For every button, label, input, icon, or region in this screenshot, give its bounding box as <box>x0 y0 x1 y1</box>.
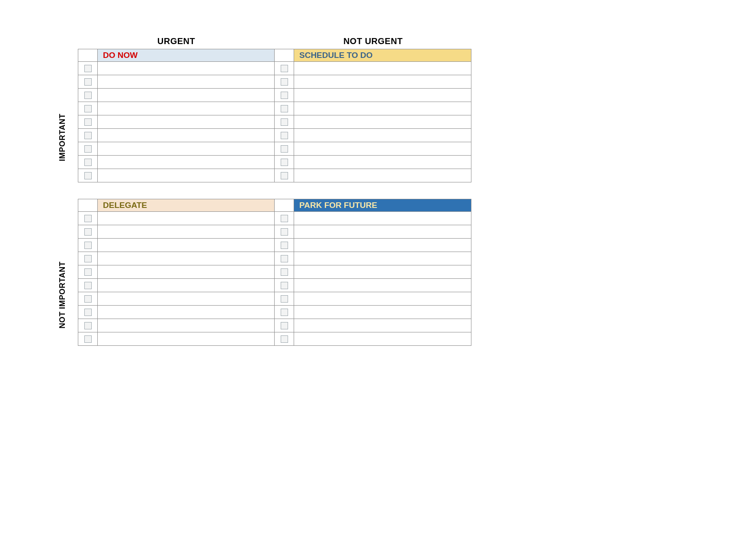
task-checkbox[interactable] <box>281 228 288 236</box>
task-text[interactable] <box>294 279 471 292</box>
task-checkbox[interactable] <box>281 145 288 153</box>
task-text[interactable] <box>98 332 274 345</box>
task-checkbox[interactable] <box>281 78 288 86</box>
task-text[interactable] <box>294 212 471 225</box>
task-checkbox[interactable] <box>281 92 288 99</box>
task-text[interactable] <box>294 169 471 182</box>
task-checkbox[interactable] <box>84 295 92 303</box>
task-checkbox[interactable] <box>281 282 288 289</box>
task-text[interactable] <box>98 75 274 88</box>
task-checkbox[interactable] <box>281 172 288 179</box>
task-row <box>275 332 471 346</box>
task-text[interactable] <box>98 129 274 142</box>
task-checkbox[interactable] <box>84 255 92 262</box>
task-checkbox[interactable] <box>84 65 92 72</box>
task-text[interactable] <box>294 156 471 169</box>
block-gap <box>78 182 515 199</box>
task-checkbox[interactable] <box>84 282 92 289</box>
quadrant-title: PARK FOR FUTURE <box>294 199 471 211</box>
task-text[interactable] <box>98 212 274 225</box>
task-text[interactable] <box>294 319 471 332</box>
task-checkbox[interactable] <box>281 335 288 343</box>
task-row <box>275 212 471 225</box>
header-not-urgent: NOT URGENT <box>275 35 471 49</box>
task-checkbox[interactable] <box>84 215 92 222</box>
task-text[interactable] <box>294 89 471 102</box>
checkbox-cell <box>78 265 98 278</box>
task-text[interactable] <box>294 306 471 319</box>
task-checkbox[interactable] <box>84 268 92 276</box>
column-headers: URGENT NOT URGENT <box>78 35 471 49</box>
task-row <box>78 225 275 239</box>
task-checkbox[interactable] <box>281 159 288 166</box>
task-checkbox[interactable] <box>84 118 92 126</box>
task-checkbox[interactable] <box>281 295 288 303</box>
checkbox-cell <box>78 292 98 305</box>
task-text[interactable] <box>294 75 471 88</box>
task-checkbox[interactable] <box>281 322 288 329</box>
task-checkbox[interactable] <box>281 255 288 262</box>
task-text[interactable] <box>294 332 471 345</box>
task-checkbox[interactable] <box>84 335 92 343</box>
checkbox-cell <box>78 75 98 88</box>
task-text[interactable] <box>98 102 274 115</box>
task-row <box>78 142 275 156</box>
task-text[interactable] <box>98 115 274 128</box>
task-checkbox[interactable] <box>281 215 288 222</box>
task-checkbox[interactable] <box>84 92 92 99</box>
task-text[interactable] <box>294 292 471 305</box>
task-text[interactable] <box>294 239 471 252</box>
checkbox-cell <box>275 279 294 292</box>
task-text[interactable] <box>98 252 274 265</box>
quadrant-delegate: DELEGATE <box>78 199 275 346</box>
checkbox-cell <box>78 89 98 102</box>
task-text[interactable] <box>98 279 274 292</box>
task-checkbox[interactable] <box>84 172 92 179</box>
task-text[interactable] <box>294 142 471 155</box>
task-text[interactable] <box>98 319 274 332</box>
task-text[interactable] <box>294 102 471 115</box>
task-text[interactable] <box>98 89 274 102</box>
task-checkbox[interactable] <box>84 309 92 316</box>
task-text[interactable] <box>294 265 471 278</box>
task-text[interactable] <box>294 252 471 265</box>
task-row <box>78 292 275 306</box>
task-text[interactable] <box>98 142 274 155</box>
task-text[interactable] <box>98 306 274 319</box>
task-text[interactable] <box>294 115 471 128</box>
checkbox-cell <box>78 62 98 75</box>
checkbox-cell <box>78 332 98 345</box>
task-text[interactable] <box>98 225 274 238</box>
task-checkbox[interactable] <box>84 159 92 166</box>
task-text[interactable] <box>98 62 274 75</box>
task-text[interactable] <box>98 156 274 169</box>
task-row <box>275 292 471 306</box>
task-checkbox[interactable] <box>281 309 288 316</box>
task-checkbox[interactable] <box>84 242 92 249</box>
task-checkbox[interactable] <box>281 268 288 276</box>
task-checkbox[interactable] <box>84 105 92 112</box>
checkbox-cell <box>275 115 294 128</box>
task-text[interactable] <box>98 169 274 182</box>
task-checkbox[interactable] <box>281 118 288 126</box>
task-row <box>78 252 275 265</box>
task-text[interactable] <box>98 239 274 252</box>
title-spacer <box>78 49 98 61</box>
task-checkbox[interactable] <box>84 132 92 139</box>
task-checkbox[interactable] <box>281 242 288 249</box>
task-text[interactable] <box>294 129 471 142</box>
task-checkbox[interactable] <box>281 132 288 139</box>
checkbox-cell <box>78 169 98 182</box>
task-row <box>275 142 471 156</box>
task-checkbox[interactable] <box>84 228 92 236</box>
task-checkbox[interactable] <box>281 105 288 112</box>
quadrant-title: DELEGATE <box>98 199 274 211</box>
task-checkbox[interactable] <box>281 65 288 72</box>
task-checkbox[interactable] <box>84 322 92 329</box>
task-text[interactable] <box>98 292 274 305</box>
task-text[interactable] <box>98 265 274 278</box>
task-checkbox[interactable] <box>84 145 92 153</box>
task-checkbox[interactable] <box>84 78 92 86</box>
task-text[interactable] <box>294 62 471 75</box>
task-text[interactable] <box>294 225 471 238</box>
